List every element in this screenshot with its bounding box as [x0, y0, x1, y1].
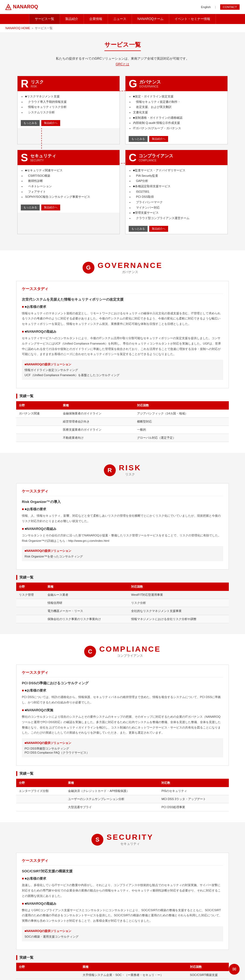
- sec-row1-col1: [16, 971, 80, 979]
- gov-action-text: セキュリティサービスへのコンサルタントにより、今後のITシステム活用や取り分類可…: [22, 336, 223, 357]
- compliance-body: ■監査サービス・アドバイザリサービス PIA Security監査 GAP分析 …: [126, 165, 228, 224]
- risk-row4-col2: 保険会社のリスク事業のリスク事業向け: [45, 615, 129, 623]
- compliance-case-study: ケーススタディ PCI DSSの準備におけるコンサルティング ■お客様の要求 P…: [16, 665, 229, 766]
- security-subtitle: SECURITY: [30, 159, 56, 162]
- risk-row3-col1: [16, 607, 45, 615]
- nav-news[interactable]: ニュース: [108, 14, 132, 24]
- risk-col-1: 分野: [16, 582, 45, 591]
- nav-products[interactable]: 製品紹介: [60, 14, 84, 24]
- comp-item-4: ■各種認定取得支援サービス: [133, 184, 224, 189]
- contact-button[interactable]: CONTACT: [220, 4, 240, 10]
- grc-link[interactable]: GRCとは: [116, 62, 129, 66]
- comp-item-10: クラウド型コンプライアンス運営チーム: [133, 216, 224, 221]
- sec-col-2: 業種: [80, 963, 187, 971]
- comp-col-1: 分野: [16, 779, 65, 787]
- gov-col-2: 業種: [60, 401, 134, 410]
- grc-risk-box: R リスク RISK ■リスクマネジメント支援 クラウド導入予期的情報支援 情報…: [17, 76, 120, 144]
- risk-title: リスク: [31, 80, 44, 85]
- comp-action-text: 弊社のコンサルタントにより現在のシステムとその要件システムのキャップの把握、その…: [22, 714, 223, 735]
- risk-item-4: システムリスク分析: [25, 110, 116, 115]
- security-ja-title: セキュリティ: [107, 842, 154, 846]
- governance-en-title: GOVERNANCE: [98, 261, 163, 270]
- sec-case-title: SOC/CSIRT対応支援の構築支援: [22, 869, 223, 874]
- breadcrumb-home[interactable]: NANAROQ HOME: [5, 27, 30, 30]
- gov-row3-col3: 一般的: [134, 426, 229, 434]
- gov-row2-col1: [16, 418, 60, 426]
- nav-events[interactable]: イベント・セミナー情報: [169, 14, 216, 24]
- grc-security-box: S セキュリティ SECURITY ■セキュリティ関連サービス CSIRT/SO…: [17, 150, 120, 234]
- table-row: 経営管理者会計向き 横断型対応: [16, 418, 229, 426]
- sec-item-5: フォアサイト: [25, 189, 116, 194]
- risk-letter: R: [21, 78, 29, 89]
- sec-item-4: ペネトレーション: [25, 184, 116, 189]
- comp-more-btn[interactable]: もっとみる: [129, 226, 148, 232]
- lang-separator: |: [215, 5, 216, 9]
- risk-more-btn[interactable]: もっとみる: [21, 120, 40, 126]
- risk-col-3: 対応国数: [129, 582, 229, 591]
- comp-row1-col2: 金融決済（クレジットカード・API情報保護）: [65, 787, 159, 795]
- lang-en[interactable]: English: [201, 5, 211, 9]
- sec-more-btn[interactable]: もっとみる: [21, 205, 40, 210]
- risk-row1-col1: リスク管理: [16, 591, 45, 599]
- governance-body: ■規定・ガイドライン規定支援 情報セキュリティ規定書の制作・ 改定支援、および英…: [126, 91, 228, 134]
- comp-item-5: ISO27001: [133, 189, 224, 194]
- breadcrumb-current: サービス一覧: [35, 27, 52, 30]
- comp-row1-col1: エンタープライズ分類: [16, 787, 65, 795]
- compliance-wrapper: C COMPLIANCE コンプライアンス ケーススタディ PCI DSSの準備…: [0, 634, 245, 822]
- compliance-table: 分野 業種 対応数 エンタープライズ分類 金融決済（クレジットカード・API情報…: [16, 779, 229, 811]
- comp-row2-col3: MCI DSS 3ラッタ・アップデート: [159, 795, 229, 803]
- risk-item-1: ■リスクマネジメント支援: [25, 94, 116, 99]
- case-study-label: ケーススタディ: [22, 286, 223, 294]
- breadcrumb-separator: ＞: [31, 27, 34, 30]
- gov-col-1: 分野: [16, 401, 60, 410]
- nav-team[interactable]: NANAROQチーム: [132, 14, 169, 24]
- risk-detail-btn[interactable]: 製品紹介へ: [41, 120, 60, 126]
- mail-icon: ✉: [232, 966, 236, 972]
- security-wrapper: S SECURITY セキュリティ ケーススタディ SOC/CSIRT対応支援の…: [0, 822, 245, 980]
- gov-item-1: ■規定・ガイドライン規定支援: [133, 94, 224, 99]
- risk-case-title: Risk Organizer™の導入: [22, 500, 223, 504]
- table-row: リスク管理 金融ルース業者 WestFIT対応型運用事業: [16, 591, 229, 599]
- table-row: 大手情報システム企業・SOC・（ー業務者・セキュリ・ー） SOC/CSIRT構築…: [16, 971, 229, 979]
- main-nav: サービス一覧 製品紹介 企業情報 ニュース NANAROQチーム イベント・セミ…: [0, 14, 245, 24]
- sec-table-title: 実績一覧: [16, 955, 229, 960]
- nav-services[interactable]: サービス一覧: [29, 14, 60, 24]
- risk-row1-col3: WestFIT対応型運用事業: [129, 591, 229, 599]
- gov-detail-btn[interactable]: 製品紹介へ: [149, 136, 168, 142]
- risk-subtitle: RISK: [31, 85, 44, 88]
- risk-row3-col2: 電力機器メーカー・リース: [45, 607, 129, 615]
- risk-need-text: 情報、人、情報セキュリティ、影響、対応などと全て柔軟しあいリスクの管理を全社横断…: [22, 513, 223, 524]
- nav-company[interactable]: 企業情報: [84, 14, 108, 24]
- gov-row1-col2: 金融保険業者のガイドライン: [60, 410, 134, 418]
- comp-need-title: ■お客様の要求: [22, 688, 223, 693]
- gov-row4-col1: [16, 434, 60, 442]
- logo[interactable]: N NANAROQ: [5, 4, 38, 10]
- risk-col-2: 業種: [45, 582, 129, 591]
- comp-item-6: PCI DSS取得: [133, 194, 224, 199]
- sec-need-title: ■お客様の要求: [22, 877, 223, 881]
- table-row: 大型流通サプライ PCI DSS処理事業: [16, 803, 229, 811]
- sec-row1-col3: SOC/CSIRT構築支援: [187, 971, 229, 979]
- comp-solution-box: ■NANAROQの提供ソリューション PCI DSS準拠型コンサルティング PC…: [22, 738, 223, 757]
- gov-row3-col2: 医療支援業者のガイドライン: [60, 426, 134, 434]
- comp-row2-col1: [16, 795, 65, 803]
- comp-row1-col3: PISのセキュリティ: [159, 787, 229, 795]
- table-row: 電力機器メーカー・リース 全社的なリスクマネジメント支援事業: [16, 607, 229, 615]
- table-row: エンタープライズ分類 金融決済（クレジットカード・API情報保護） PISのセキ…: [16, 787, 229, 795]
- sec-row2-col3: [187, 979, 229, 980]
- hero-description: 私たちの提供するすべてのGRCソリューションは、東南アジア全域で英語対応が可能で…: [13, 56, 232, 61]
- sec-item-6: SOPHY/SOC報告コンサルティング事業サービス: [25, 194, 116, 199]
- security-header: S SECURITY セキュリティ: [16, 833, 229, 846]
- comp-detail-btn[interactable]: 製品紹介へ: [149, 226, 168, 232]
- risk-row4-col1: [16, 615, 45, 623]
- logo-icon: N: [5, 4, 11, 10]
- compliance-ja-title: コンプライアンス: [99, 654, 161, 658]
- table-row: ユーザーのシステムサンプレーション分析 MCI DSS 3ラッタ・アップデート: [16, 795, 229, 803]
- governance-wrapper: G GOVERNANCE ガバナンス ケーススタディ 次世代システムを見据えた情…: [0, 250, 245, 453]
- gov-more-btn[interactable]: もっとみる: [129, 136, 148, 142]
- site-header: N NANAROQ English | CONTACT: [0, 0, 245, 14]
- sec-detail-btn[interactable]: 製品紹介へ: [41, 205, 60, 210]
- table-row: 情報信用研 リスク分析: [16, 599, 229, 607]
- governance-header: G GOVERNANCE ガバナンス: [16, 261, 229, 274]
- floating-contact-button[interactable]: ✉: [229, 964, 240, 975]
